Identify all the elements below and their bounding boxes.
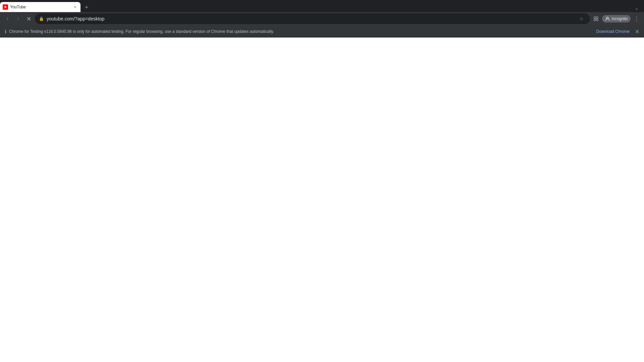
active-tab[interactable]: YouTube × — [0, 2, 80, 12]
svg-rect-4 — [594, 17, 596, 18]
url-display: youtube.com/?app=desktop — [47, 16, 574, 21]
info-message: Chrome for Testing v116.0.5845.96 is onl… — [9, 29, 594, 34]
tab-close-button[interactable]: × — [72, 4, 78, 10]
address-bar[interactable]: 🔒 youtube.com/?app=desktop ☆ — [35, 13, 590, 24]
reload-button[interactable] — [24, 14, 34, 23]
svg-rect-6 — [594, 19, 596, 21]
tab-bar-controls: ⌄ — [632, 4, 644, 12]
bookmark-button[interactable]: ☆ — [577, 14, 586, 23]
browser-menu-button[interactable]: ⋮ — [632, 14, 641, 23]
extensions-button[interactable] — [591, 14, 601, 23]
new-tab-button[interactable]: + — [82, 3, 91, 12]
page-content — [0, 38, 644, 362]
incognito-button[interactable]: Incognito — [602, 15, 631, 22]
tab-favicon — [3, 4, 8, 10]
info-icon: ℹ — [5, 29, 6, 34]
lock-icon: 🔒 — [39, 16, 44, 21]
browser-chrome: YouTube × + ⌄ 🔒 youtube.com/?app=desktop — [0, 0, 644, 38]
window-chevron[interactable]: ⌄ — [632, 4, 641, 12]
nav-right-controls: Incognito ⋮ — [591, 14, 641, 23]
back-button[interactable] — [3, 14, 12, 23]
info-bar-close-button[interactable]: ✕ — [635, 28, 639, 35]
info-bar: ℹ Chrome for Testing v116.0.5845.96 is o… — [0, 25, 644, 38]
forward-button[interactable] — [13, 14, 23, 23]
tab-bar: YouTube × + ⌄ — [0, 0, 644, 12]
tab-title: YouTube — [10, 5, 70, 9]
svg-rect-7 — [596, 19, 598, 21]
download-chrome-link[interactable]: Download Chrome — [596, 29, 630, 34]
svg-rect-5 — [596, 17, 598, 18]
navigation-bar: 🔒 youtube.com/?app=desktop ☆ — [0, 12, 644, 25]
address-bar-actions: ☆ — [577, 14, 586, 23]
incognito-label: Incognito — [611, 16, 628, 21]
